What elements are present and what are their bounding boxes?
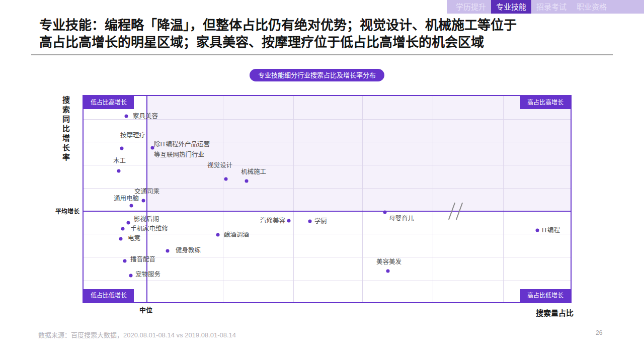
tab-vocational-qualification[interactable]: 职业资格 — [572, 0, 612, 14]
data-point — [120, 147, 124, 150]
plot-area: 低占比高增长高占比高增长低占比低增长高占比低增长家具美容按摩理疗木工除IT编程外… — [83, 95, 572, 303]
data-point-label: 电竞 — [128, 233, 140, 244]
data-point — [536, 229, 539, 232]
slide: 学历提升专业技能招录考试职业资格 专业技能：编程略「降温」，但整体占比仍有绝对优… — [0, 0, 644, 362]
data-point-label: 宠物服务 — [135, 269, 160, 280]
data-point — [130, 204, 133, 208]
data-point-label: 汽修美容 — [260, 216, 285, 226]
data-point-label: 母婴育儿 — [389, 214, 414, 224]
data-point — [224, 177, 228, 181]
data-point-label: 按摩理疗 — [120, 130, 145, 141]
quadrant-badge-bottom-left: 低占比低增长 — [84, 289, 134, 302]
quadrant-shade-top-right — [147, 96, 571, 210]
quadrant-badge-top-right: 高占比高增长 — [520, 96, 571, 109]
data-source: 数据来源：百度搜索大数据，2020.08.01-08.14 vs 2019.08… — [38, 330, 236, 339]
data-point-label: 手机家电维修 — [130, 224, 168, 234]
gridline-vertical — [293, 96, 294, 302]
chart-title-badge: 专业技能细分行业搜索占比及增长率分布 — [250, 69, 384, 81]
slide-title: 专业技能：编程略「降温」，但整体占比仍有绝对优势；视觉设计、机械施工等位于 高占… — [39, 17, 613, 51]
page-number: 26 — [596, 329, 602, 336]
gridline-vertical — [433, 96, 433, 302]
y-axis-label: 搜索同比增长率 — [60, 96, 71, 163]
data-point-label: 美容美发 — [376, 257, 401, 267]
data-point-label: 学厨 — [314, 216, 327, 227]
data-point-label: 播音配音 — [130, 254, 155, 265]
quadrant-badge-top-left: 低占比高增长 — [84, 96, 134, 109]
data-point — [166, 249, 170, 253]
gridline-horizontal — [84, 257, 571, 257]
data-point-label: 除IT编程外产品运营 等互联网热门行业 — [154, 139, 210, 160]
gridline-vertical — [503, 96, 504, 302]
gridline-horizontal — [84, 165, 571, 165]
x-axis-label: 搜索量占比 — [536, 307, 574, 318]
data-point — [308, 220, 312, 223]
data-point — [386, 269, 390, 273]
data-point — [129, 274, 133, 278]
data-point — [216, 233, 220, 237]
data-point-label: IT编程 — [542, 225, 560, 236]
data-point-label: 酿酒调酒 — [224, 230, 249, 240]
data-point-label: 木工 — [113, 156, 126, 166]
tab-recruit-exam[interactable]: 招录考试 — [531, 0, 572, 14]
tab-professional-skills[interactable]: 专业技能 — [491, 0, 531, 14]
x-ref-label: 中位 — [139, 305, 152, 314]
y-ref-label: 平均增长 — [48, 207, 79, 215]
data-point-label: 视觉设计 — [207, 160, 232, 171]
data-point — [287, 219, 291, 223]
data-point — [245, 179, 249, 183]
gridline-horizontal — [84, 281, 571, 281]
average-growth-line — [84, 211, 571, 212]
nav-tabbar: 学历提升专业技能招录考试职业资格 — [447, 0, 644, 14]
data-point — [125, 115, 128, 118]
quadrant-badge-bottom-right: 高占比低增长 — [520, 289, 571, 302]
tab-education-upgrade[interactable]: 学历提升 — [451, 0, 491, 14]
data-point-label: 影视后期 — [134, 214, 159, 225]
data-point — [119, 237, 123, 241]
gridline-vertical — [223, 96, 223, 302]
data-point-label: 机械施工 — [241, 167, 266, 177]
data-point — [383, 211, 387, 214]
data-point — [127, 221, 130, 225]
data-point — [142, 199, 145, 203]
data-point — [117, 169, 121, 173]
data-point-label: 健身教练 — [176, 245, 201, 256]
data-point-label: 家具美容 — [133, 111, 158, 122]
data-point — [121, 227, 125, 231]
data-point-label: 通用电脑 — [114, 194, 139, 204]
gridline-vertical — [362, 96, 363, 302]
title-divider — [31, 54, 613, 55]
data-point — [123, 259, 127, 263]
